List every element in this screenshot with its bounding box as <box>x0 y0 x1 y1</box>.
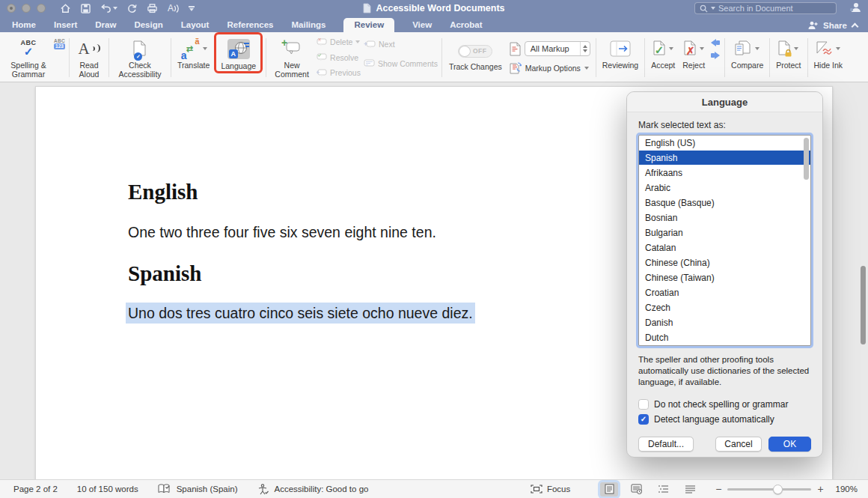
ribbon-tab[interactable]: Design <box>134 18 162 32</box>
ok-button[interactable]: OK <box>768 437 811 452</box>
print-layout-view-button[interactable] <box>600 482 618 497</box>
ribbon-tab[interactable]: Draw <box>95 18 116 32</box>
language-button[interactable]: A Language <box>217 34 260 71</box>
focus-mode-button[interactable]: Focus <box>531 485 570 494</box>
accessibility-status-icon[interactable] <box>257 484 269 495</box>
translate-icon: ã a ⇄ <box>180 36 207 61</box>
list-scrollbar-thumb[interactable] <box>804 138 809 180</box>
collapse-ribbon-icon[interactable] <box>852 23 859 31</box>
redo-icon[interactable] <box>127 4 137 13</box>
dialog-checkbox-row[interactable]: ✓ Detect language automatically <box>638 412 811 427</box>
proofing-status-icon[interactable] <box>158 484 171 494</box>
language-option[interactable]: Catalan <box>639 240 810 255</box>
language-option[interactable]: Spanish <box>639 151 810 166</box>
language-option[interactable]: Arabic <box>639 180 810 195</box>
ribbon-tab[interactable]: Home <box>12 18 36 32</box>
zoom-slider-thumb[interactable] <box>773 485 783 494</box>
accessibility-status[interactable]: Accessibility: Good to go <box>275 485 369 494</box>
language-option[interactable]: Chinese (Taiwan) <box>639 270 810 285</box>
all-markup-icon <box>510 42 521 56</box>
dialog-checkbox-row[interactable]: ✓ Do not check spelling or grammar <box>638 397 811 412</box>
language-option[interactable]: Dutch <box>639 330 810 345</box>
markup-options-button[interactable]: Markup Options <box>510 61 590 74</box>
ribbon-tab[interactable]: Mailings <box>291 18 326 32</box>
read-aloud-button[interactable]: A Read Aloud <box>72 34 106 82</box>
spelling-grammar-button[interactable]: ABC✓ Spelling & Grammar <box>3 34 54 82</box>
track-changes-toggle[interactable]: OFF <box>458 45 492 58</box>
default-button[interactable]: Default... <box>638 437 694 452</box>
minimize-window-button[interactable] <box>22 4 31 13</box>
draft-view-button[interactable] <box>681 482 699 497</box>
previous-comment-button[interactable]: Previous <box>317 68 361 77</box>
ribbon-tab[interactable]: View <box>412 18 432 32</box>
next-change-icon[interactable] <box>711 52 720 59</box>
ribbon-tab[interactable]: Acrobat <box>450 18 482 32</box>
window-scrollbar-thumb[interactable] <box>861 266 866 344</box>
accept-changes-button[interactable]: ✓ Accept <box>647 34 679 82</box>
markup-view-stepper[interactable] <box>580 42 590 55</box>
language-listbox[interactable]: English (US)SpanishAfrikaansArabicBasque… <box>638 135 811 346</box>
language-option[interactable]: Danish <box>639 315 810 330</box>
undo-dropdown-icon[interactable] <box>113 7 117 10</box>
read-aloud-quick-icon[interactable]: A <box>168 4 179 13</box>
previous-comment-icon <box>317 69 327 77</box>
window-titlebar: A Accessible Word Documents Search in Do… <box>0 0 868 16</box>
delete-comment-button[interactable]: Delete <box>317 37 361 46</box>
undo-icon[interactable] <box>100 4 111 13</box>
show-comments-button[interactable]: Show Comments <box>364 59 438 68</box>
previous-change-icon[interactable] <box>711 39 720 46</box>
language-option[interactable]: Bosnian <box>639 210 810 225</box>
page-indicator[interactable]: Page 2 of 2 <box>13 485 58 494</box>
language-callout-highlight: A Language <box>214 32 263 73</box>
reviewing-pane-button[interactable]: Reviewing <box>599 34 642 82</box>
resolve-comment-button[interactable]: Resolve <box>317 53 361 62</box>
search-scope-dropdown-icon[interactable] <box>711 7 715 10</box>
search-input[interactable]: Search in Document <box>694 2 837 14</box>
home-icon[interactable] <box>60 3 71 13</box>
close-window-button[interactable] <box>7 4 16 13</box>
cancel-button[interactable]: Cancel <box>715 437 762 452</box>
language-option[interactable]: Czech <box>639 300 810 315</box>
customize-toolbar-icon[interactable] <box>189 6 195 11</box>
document-language[interactable]: Spanish (Spain) <box>177 485 238 494</box>
next-comment-button[interactable]: Next <box>364 40 438 49</box>
ribbon-tab[interactable]: Review <box>343 18 394 32</box>
zoom-level[interactable]: 190% <box>836 485 858 494</box>
save-icon[interactable] <box>81 4 91 13</box>
language-option[interactable]: Chinese (China) <box>639 255 810 270</box>
language-option[interactable]: English (US) <box>639 136 810 151</box>
zoom-control: − + <box>715 484 823 494</box>
ribbon-tab[interactable]: References <box>227 18 273 32</box>
compare-button[interactable]: Compare <box>727 34 767 82</box>
outline-view-button[interactable] <box>654 482 672 497</box>
markup-view-select[interactable]: All Markup <box>525 41 590 56</box>
reject-changes-button[interactable]: ✗ Reject <box>679 34 709 82</box>
ribbon-tab[interactable]: Layout <box>181 18 210 32</box>
account-avatar[interactable] <box>849 1 861 16</box>
zoom-in-button[interactable]: + <box>817 484 823 494</box>
checkbox-icon[interactable]: ✓ <box>638 414 649 425</box>
zoom-window-button[interactable] <box>37 4 46 13</box>
checkbox-icon[interactable]: ✓ <box>638 399 649 410</box>
print-icon[interactable] <box>147 3 158 13</box>
word-count[interactable]: 10 of 150 words <box>77 485 138 494</box>
word-count-icon[interactable]: ABC123 <box>54 38 65 82</box>
protect-button[interactable]: Protect <box>772 34 804 82</box>
zoom-slider[interactable] <box>727 488 811 491</box>
check-accessibility-button[interactable]: ✓ Check Accessibility <box>111 34 168 82</box>
language-option[interactable]: Croatian <box>639 285 810 300</box>
share-button[interactable]: Share <box>823 21 847 30</box>
selected-text[interactable]: Uno dos tres cuatro cinco seis siete och… <box>128 305 473 321</box>
new-comment-button[interactable]: + New Comment <box>269 34 315 82</box>
language-option[interactable]: Basque (Basque) <box>639 195 810 210</box>
ribbon-tab[interactable]: Insert <box>54 18 77 32</box>
language-option[interactable]: Bulgarian <box>639 225 810 240</box>
language-option[interactable]: Afrikaans <box>639 166 810 180</box>
spelling-grammar-icon: ABC✓ <box>21 36 37 61</box>
translate-button[interactable]: ã a ⇄ Translate <box>174 34 213 82</box>
web-layout-view-button[interactable] <box>627 482 645 497</box>
hide-ink-button[interactable]: Hide Ink <box>810 34 847 82</box>
delete-comment-icon <box>317 38 327 46</box>
zoom-out-button[interactable]: − <box>715 484 721 494</box>
web-layout-icon <box>631 484 642 494</box>
